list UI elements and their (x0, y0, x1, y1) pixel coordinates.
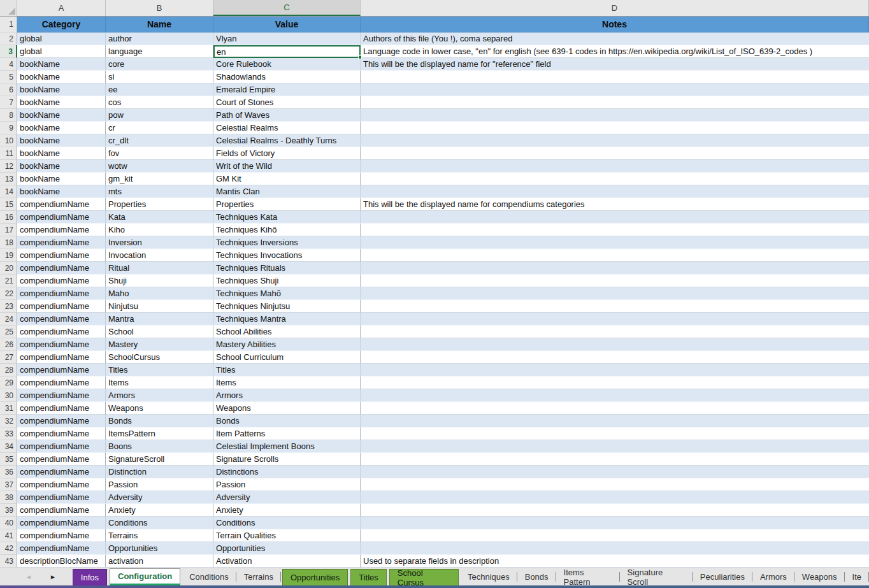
cell-d27[interactable] (361, 351, 869, 364)
row-header[interactable]: 5 (0, 71, 17, 83)
cell-a10[interactable]: bookName (17, 134, 106, 147)
sheet-tab-conditions[interactable]: Conditions (182, 568, 236, 585)
cell-b37[interactable]: Passion (106, 478, 213, 491)
cell-c43[interactable]: Activation (213, 555, 361, 568)
cell-b11[interactable]: fov (106, 147, 213, 160)
row-header[interactable]: 41 (0, 529, 17, 542)
cell-c14[interactable]: Mantis Clan (213, 185, 361, 198)
cell-c21[interactable]: Techniques Shuji (213, 275, 361, 287)
sheet-tab-techniques[interactable]: Techniques (460, 568, 517, 585)
cell-d35[interactable] (361, 453, 869, 466)
sheet-tab-ite[interactable]: Ite (845, 568, 869, 585)
cell-d14[interactable] (361, 185, 869, 198)
row-header[interactable]: 27 (0, 351, 17, 364)
sheet-tab-titles[interactable]: Titles (350, 569, 387, 585)
cell-a22[interactable]: compendiumName (17, 287, 106, 300)
header-cell-name[interactable]: Name (106, 17, 213, 32)
cell-d38[interactable] (361, 491, 869, 504)
column-header-d[interactable]: D (361, 0, 869, 16)
cell-c33[interactable]: Item Patterns (213, 427, 361, 440)
row-header[interactable]: 9 (0, 122, 17, 134)
cell-a9[interactable]: bookName (17, 122, 106, 134)
cell-d15[interactable]: This will be the displayed name for comp… (361, 198, 869, 211)
row-header[interactable]: 11 (0, 147, 17, 160)
cell-c9[interactable]: Celestial Realms (213, 122, 361, 134)
row-header[interactable]: 2 (0, 32, 17, 45)
cell-a34[interactable]: compendiumName (17, 440, 106, 453)
cell-d11[interactable] (361, 147, 869, 160)
row-header[interactable]: 38 (0, 491, 17, 504)
cell-a2[interactable]: global (17, 32, 106, 45)
cell-a43[interactable]: descriptionBlocName (17, 555, 106, 568)
cell-a42[interactable]: compendiumName (17, 542, 106, 555)
sheet-tab-configuration[interactable]: Configuration (110, 568, 180, 585)
row-header[interactable]: 22 (0, 287, 17, 300)
cell-c26[interactable]: Mastery Abilities (213, 338, 361, 351)
cell-a7[interactable]: bookName (17, 96, 106, 109)
cell-c27[interactable]: School Curriculum (213, 351, 361, 364)
select-all-corner[interactable] (0, 0, 17, 16)
cell-b29[interactable]: Items (106, 376, 213, 389)
cell-a5[interactable]: bookName (17, 71, 106, 83)
cell-b9[interactable]: cr (106, 122, 213, 134)
sheet-tab-items-pattern[interactable]: Items Pattern (556, 568, 620, 585)
prev-sheet-icon[interactable]: ◄ (25, 574, 32, 580)
cell-b3[interactable]: language (106, 45, 213, 58)
row-header[interactable]: 7 (0, 96, 17, 109)
cell-d10[interactable] (361, 134, 869, 147)
cell-a28[interactable]: compendiumName (17, 364, 106, 376)
cell-c34[interactable]: Celestial Implement Boons (213, 440, 361, 453)
cell-b21[interactable]: Shuji (106, 275, 213, 287)
cell-b41[interactable]: Terrains (106, 529, 213, 542)
cell-b14[interactable]: mts (106, 185, 213, 198)
cell-c16[interactable]: Techniques Kata (213, 211, 361, 224)
row-header[interactable]: 16 (0, 211, 17, 224)
fill-handle[interactable] (358, 55, 362, 59)
row-header[interactable]: 42 (0, 542, 17, 555)
cell-b10[interactable]: cr_dlt (106, 134, 213, 147)
cell-b34[interactable]: Boons (106, 440, 213, 453)
row-header[interactable]: 4 (0, 58, 17, 71)
cell-a8[interactable]: bookName (17, 109, 106, 122)
cell-c28[interactable]: Titles (213, 364, 361, 376)
cell-b20[interactable]: Ritual (106, 262, 213, 275)
cell-b33[interactable]: ItemsPattern (106, 427, 213, 440)
cell-b32[interactable]: Bonds (106, 415, 213, 427)
row-header[interactable]: 40 (0, 517, 17, 529)
cell-d16[interactable] (361, 211, 869, 224)
header-cell-notes[interactable]: Notes (361, 17, 869, 32)
cell-d30[interactable] (361, 389, 869, 402)
row-header[interactable]: 43 (0, 555, 17, 568)
cell-b26[interactable]: Mastery (106, 338, 213, 351)
cell-d9[interactable] (361, 122, 869, 134)
cell-d17[interactable] (361, 224, 869, 236)
cell-c23[interactable]: Techniques Ninjutsu (213, 300, 361, 313)
cell-d26[interactable] (361, 338, 869, 351)
cell-b40[interactable]: Conditions (106, 517, 213, 529)
cell-a14[interactable]: bookName (17, 185, 106, 198)
cell-d21[interactable] (361, 275, 869, 287)
cell-b43[interactable]: activation (106, 555, 213, 568)
row-header[interactable]: 8 (0, 109, 17, 122)
cell-a15[interactable]: compendiumName (17, 198, 106, 211)
cell-b30[interactable]: Armors (106, 389, 213, 402)
row-header[interactable]: 3 (0, 45, 17, 58)
cell-b28[interactable]: Titles (106, 364, 213, 376)
cell-d6[interactable] (361, 83, 869, 96)
cell-c30[interactable]: Armors (213, 389, 361, 402)
row-header[interactable]: 25 (0, 326, 17, 338)
cell-b13[interactable]: gm_kit (106, 173, 213, 185)
cell-b31[interactable]: Weapons (106, 402, 213, 415)
cell-c8[interactable]: Path of Waves (213, 109, 361, 122)
cell-b18[interactable]: Inversion (106, 236, 213, 249)
cell-a33[interactable]: compendiumName (17, 427, 106, 440)
cell-d29[interactable] (361, 376, 869, 389)
cell-d22[interactable] (361, 287, 869, 300)
cell-b6[interactable]: ee (106, 83, 213, 96)
cell-a26[interactable]: compendiumName (17, 338, 106, 351)
row-header[interactable]: 14 (0, 185, 17, 198)
cell-d31[interactable] (361, 402, 869, 415)
cell-c12[interactable]: Writ of the Wild (213, 160, 361, 173)
cell-d37[interactable] (361, 478, 869, 491)
cell-b17[interactable]: Kiho (106, 224, 213, 236)
